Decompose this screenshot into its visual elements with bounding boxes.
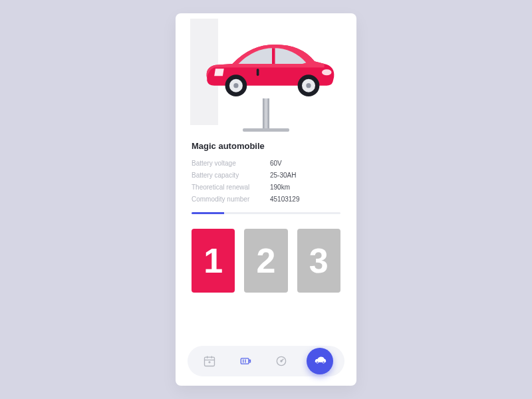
spec-label: Battery capacity [192, 170, 270, 182]
bottom-tabbar [188, 346, 344, 376]
spec-row: Battery capacity 25-30AH [192, 170, 340, 182]
car-illustration [194, 37, 343, 104]
battery-icon[interactable] [235, 350, 256, 372]
svg-point-22 [323, 361, 325, 363]
lift-base [243, 128, 289, 132]
app-screen: Magic automobile Battery voltage 60V Bat… [176, 13, 356, 386]
variant-card-1[interactable]: 1 [192, 229, 235, 293]
spec-value: 25-30AH [270, 170, 296, 182]
variant-card-3[interactable]: 3 [297, 229, 340, 293]
svg-point-4 [233, 83, 238, 88]
svg-rect-15 [241, 358, 249, 364]
calendar-icon[interactable] [199, 350, 220, 372]
spec-label: Battery voltage [192, 158, 270, 170]
speedometer-icon[interactable] [271, 350, 292, 372]
spec-row: Theoretical renewal 190km [192, 182, 340, 194]
svg-point-20 [281, 360, 282, 362]
spec-row: Commodity number 45103129 [192, 194, 340, 205]
spec-label: Commodity number [192, 194, 270, 205]
spec-value: 60V [270, 158, 282, 170]
car-icon [313, 352, 327, 370]
car-fab[interactable] [307, 348, 333, 374]
spec-value: 190km [270, 182, 290, 194]
spec-label: Theoretical renewal [192, 182, 270, 194]
spec-row: Battery voltage 60V [192, 158, 340, 170]
svg-point-21 [317, 361, 319, 363]
variant-card-2[interactable]: 2 [244, 229, 287, 293]
spec-value: 45103129 [270, 194, 300, 205]
svg-rect-16 [249, 360, 251, 362]
svg-rect-1 [257, 68, 259, 76]
product-hero [176, 13, 356, 133]
svg-point-7 [306, 83, 311, 88]
svg-point-8 [322, 69, 332, 75]
variant-cards: 1 2 3 [176, 214, 356, 293]
product-title: Magic automobile [192, 141, 340, 151]
